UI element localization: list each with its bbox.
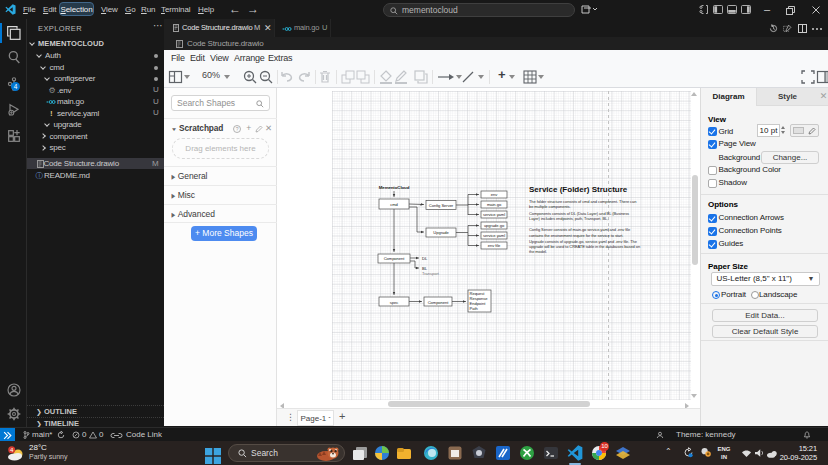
svg-text:Transport: Transport	[422, 271, 440, 276]
svg-text:4: 4	[10, 446, 14, 453]
svg-text:upgrade.go: upgrade.go	[484, 223, 505, 228]
svg-text:Path: Path	[470, 306, 479, 311]
svg-text:cmd: cmd	[390, 202, 398, 207]
svg-text:env file: env file	[488, 243, 501, 248]
svg-text:service.yaml: service.yaml	[483, 233, 505, 238]
svg-text:main.go: main.go	[487, 202, 502, 207]
svg-text:DL: DL	[422, 256, 428, 261]
svg-text:Config Server: Config Server	[429, 203, 454, 208]
svg-text:Component: Component	[428, 300, 450, 305]
svg-text:spec: spec	[390, 300, 398, 305]
svg-text:Upgrade: Upgrade	[433, 230, 449, 235]
svg-text:env: env	[491, 192, 498, 197]
svg-text:?: ?	[236, 126, 239, 132]
svg-text:Component: Component	[384, 256, 406, 261]
svg-text:service.yaml: service.yaml	[483, 212, 505, 217]
svg-text:MementoCloud: MementoCloud	[379, 185, 410, 190]
